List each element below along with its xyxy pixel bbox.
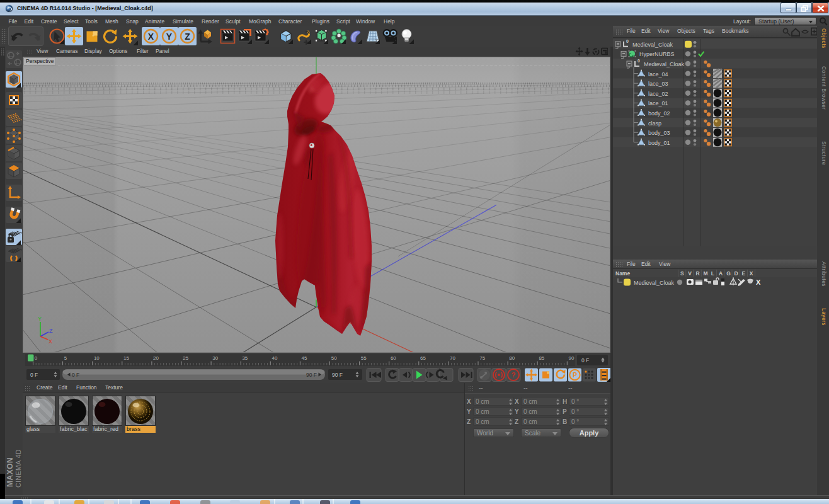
- svg-text:75: 75: [479, 355, 485, 361]
- svg-text:lace_03: lace_03: [648, 81, 668, 87]
- svg-text:50: 50: [331, 355, 337, 361]
- svg-text:0 F: 0 F: [72, 372, 79, 378]
- svg-text:80: 80: [509, 355, 515, 361]
- svg-text:D: D: [734, 270, 738, 277]
- svg-text:CINEMA 4D: CINEMA 4D: [14, 449, 22, 488]
- svg-text:S: S: [680, 270, 684, 277]
- svg-text:Y: Y: [38, 316, 42, 322]
- svg-text:M: M: [704, 270, 708, 277]
- svg-text:0: 0: [626, 39, 629, 43]
- svg-text:HyperNURBS: HyperNURBS: [639, 51, 675, 57]
- svg-text:15: 15: [123, 355, 129, 361]
- svg-text:0 F: 0 F: [30, 372, 38, 378]
- svg-text:V: V: [688, 270, 692, 277]
- svg-text:X: X: [750, 270, 753, 277]
- svg-text:?: ?: [511, 371, 515, 379]
- svg-text:10: 10: [94, 355, 100, 361]
- svg-text:X: X: [756, 278, 761, 286]
- svg-text:E: E: [742, 270, 746, 277]
- svg-text:65: 65: [420, 355, 426, 361]
- svg-text:X: X: [148, 32, 154, 42]
- svg-text:0: 0: [35, 355, 38, 361]
- svg-text:lace_01: lace_01: [648, 100, 668, 106]
- svg-text:Medieval_Cloak: Medieval_Cloak: [644, 61, 685, 67]
- svg-text:90: 90: [569, 355, 575, 361]
- svg-text:25: 25: [183, 355, 188, 361]
- svg-text:85: 85: [539, 355, 544, 361]
- svg-text:body_03: body_03: [648, 130, 670, 136]
- svg-text:60: 60: [391, 355, 396, 361]
- svg-text:20: 20: [153, 355, 159, 361]
- svg-text:lace_04: lace_04: [648, 71, 668, 77]
- svg-text:45: 45: [302, 355, 307, 361]
- svg-text:0: 0: [637, 59, 640, 63]
- svg-text:Z: Z: [185, 32, 190, 42]
- svg-text:40: 40: [272, 355, 278, 361]
- svg-text:5: 5: [64, 355, 67, 361]
- svg-text:L: L: [711, 270, 714, 277]
- svg-text:30: 30: [212, 355, 218, 361]
- svg-text:55: 55: [361, 355, 367, 361]
- svg-text:90 F: 90 F: [332, 372, 343, 378]
- svg-text:90 F: 90 F: [306, 372, 317, 378]
- svg-text:Medieval_Cloak: Medieval_Cloak: [632, 42, 673, 48]
- svg-text:body_02: body_02: [648, 110, 670, 117]
- svg-text:body_01: body_01: [648, 140, 670, 146]
- svg-text:70: 70: [450, 355, 455, 361]
- svg-text:Medieval_Cloak: Medieval_Cloak: [634, 280, 675, 286]
- svg-text:G: G: [726, 270, 731, 277]
- svg-text:35: 35: [242, 355, 248, 361]
- svg-text:lace_02: lace_02: [648, 91, 668, 97]
- svg-text:Y: Y: [166, 32, 173, 42]
- svg-text:X: X: [49, 338, 52, 345]
- svg-text:Name: Name: [615, 270, 630, 277]
- svg-text:P: P: [573, 371, 577, 379]
- svg-text:A: A: [719, 270, 723, 277]
- svg-text:Z: Z: [49, 328, 53, 334]
- svg-text:clasp: clasp: [648, 120, 661, 127]
- svg-text:0 F: 0 F: [581, 357, 589, 364]
- svg-text:R: R: [695, 270, 699, 277]
- svg-text:MAXON: MAXON: [6, 457, 14, 487]
